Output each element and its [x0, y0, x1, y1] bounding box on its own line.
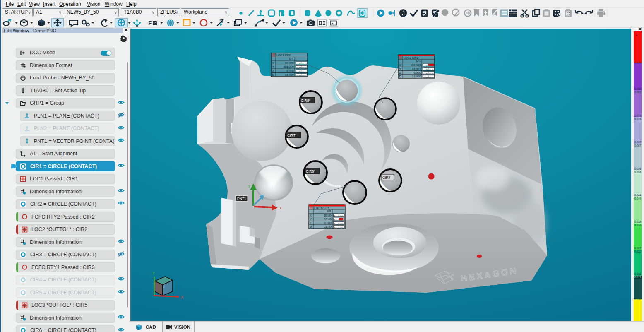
svg-text:Y: Y	[399, 67, 401, 70]
svg-text:16.400: 16.400	[412, 75, 421, 78]
svg-text:16.400: 16.400	[285, 73, 294, 76]
svg-text:MS: MS	[327, 210, 332, 213]
svg-text:CIR4: CIR4	[382, 176, 391, 180]
svg-text:D: D	[399, 75, 401, 78]
svg-text:X: X	[399, 64, 401, 67]
svg-text:101.000: 101.000	[284, 65, 294, 68]
svg-text:MS: MS	[416, 60, 421, 63]
svg-text:CIR8*: CIR8*	[301, 99, 310, 103]
svg-text:x: x	[280, 206, 282, 210]
svg-text:D: D	[310, 225, 312, 228]
svg-text:108.991: 108.991	[411, 64, 421, 67]
svg-text:88.991: 88.991	[412, 67, 421, 70]
svg-text:16.40: 16.40	[324, 225, 332, 228]
svg-text:0.000: 0.000	[324, 221, 332, 224]
svg-text:LOC1 CIR1: LOC1 CIR1	[276, 54, 291, 57]
svg-text:Z: Z	[310, 221, 312, 224]
svg-text:MS: MS	[289, 58, 294, 60]
svg-text:0.000: 0.000	[413, 71, 421, 74]
svg-text:X: X	[310, 214, 312, 217]
svg-text:y: y	[248, 184, 250, 188]
svg-text:LOC3 CIR5: LOC3 CIR5	[314, 207, 329, 209]
svg-text:X: X	[181, 295, 184, 300]
svg-text:Y: Y	[310, 218, 312, 221]
svg-text:Z: Z	[399, 71, 401, 74]
svg-text:CIR6*: CIR6*	[306, 169, 315, 173]
svg-text:D: D	[272, 73, 274, 76]
svg-text:X: X	[272, 62, 274, 65]
svg-text:0.000: 0.000	[286, 70, 294, 72]
svg-text:Y: Y	[272, 65, 274, 68]
svg-text:17.00: 17.00	[324, 218, 332, 221]
svg-text:Z: Z	[272, 70, 274, 72]
svg-text:80.00: 80.00	[324, 214, 332, 217]
svg-text:z: z	[262, 194, 264, 198]
svg-text:CIR7*: CIR7*	[287, 133, 297, 137]
svg-text:LOC2 CIR2: LOC2 CIR2	[404, 56, 418, 59]
svg-text:Z: Z	[163, 285, 166, 289]
svg-text:F: F	[148, 19, 152, 26]
svg-text:Y: Y	[152, 271, 155, 276]
svg-text:PNT1: PNT1	[237, 197, 246, 201]
svg-text:80.000: 80.000	[285, 62, 294, 65]
